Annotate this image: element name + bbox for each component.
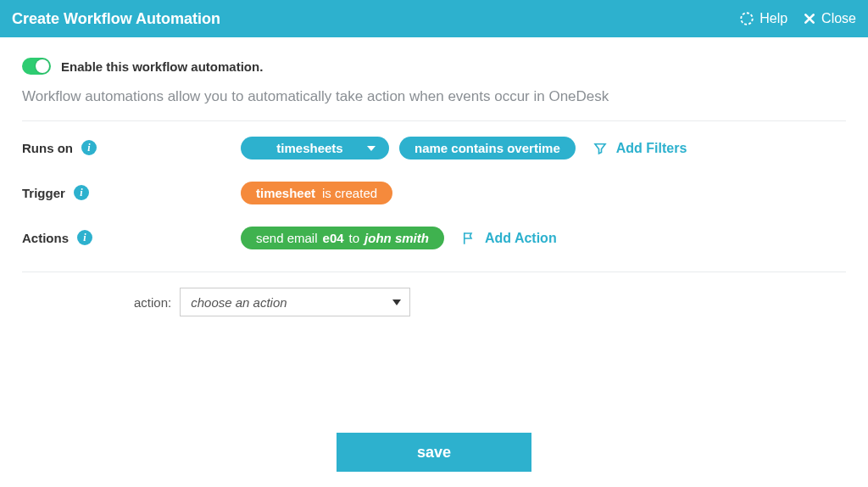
actions-body: send email e04 to john smith Add Action bbox=[241, 227, 557, 249]
actions-row: Actions i send email e04 to john smith A… bbox=[22, 227, 846, 249]
add-action-button[interactable]: Add Action bbox=[461, 231, 557, 246]
help-button[interactable]: Help bbox=[739, 11, 787, 26]
trigger-body: timesheet is created bbox=[241, 182, 392, 204]
close-label: Close bbox=[821, 11, 856, 26]
divider bbox=[22, 120, 846, 121]
chevron-down-icon bbox=[392, 299, 401, 305]
trigger-label: Trigger bbox=[22, 186, 65, 200]
actions-label-group: Actions i bbox=[22, 227, 241, 245]
header-actions: Help Close bbox=[739, 11, 856, 26]
action-picker-label: action: bbox=[134, 295, 171, 310]
enable-toggle[interactable] bbox=[22, 58, 51, 75]
modal-body: Enable this workflow automation. Workflo… bbox=[0, 37, 868, 316]
runs-on-type-value: timesheets bbox=[276, 141, 342, 155]
trigger-row: Trigger i timesheet is created bbox=[22, 182, 846, 204]
trigger-entity: timesheet bbox=[256, 186, 315, 200]
modal-title: Create Workflow Automation bbox=[12, 10, 739, 28]
action-select-placeholder: choose an action bbox=[191, 295, 287, 310]
toggle-knob bbox=[36, 59, 49, 73]
description-text: Workflow automations allow you to automa… bbox=[22, 88, 846, 105]
help-label: Help bbox=[760, 11, 787, 26]
action-seg-template: e04 bbox=[323, 231, 344, 245]
trigger-pill[interactable]: timesheet is created bbox=[241, 182, 392, 204]
action-seg-recipient: john smith bbox=[364, 231, 429, 245]
close-button[interactable]: Close bbox=[803, 11, 856, 26]
modal-header: Create Workflow Automation Help Close bbox=[0, 0, 868, 37]
runs-on-filter-text: name contains overtime bbox=[415, 141, 560, 155]
runs-on-filter-pill[interactable]: name contains overtime bbox=[399, 137, 576, 160]
svg-point-0 bbox=[741, 13, 753, 25]
enable-label: Enable this workflow automation. bbox=[61, 59, 263, 74]
actions-label: Actions bbox=[22, 231, 69, 245]
divider bbox=[22, 271, 846, 272]
filter-icon bbox=[593, 141, 608, 156]
runs-on-body: timesheets name contains overtime Add Fi… bbox=[241, 137, 687, 160]
runs-on-row: Runs on i timesheets name contains overt… bbox=[22, 137, 846, 160]
info-icon[interactable]: i bbox=[77, 230, 92, 245]
footer: save bbox=[0, 433, 868, 472]
save-button[interactable]: save bbox=[337, 433, 531, 472]
action-picker-row: action: choose an action bbox=[134, 288, 846, 316]
help-icon bbox=[739, 11, 754, 26]
flag-icon bbox=[461, 231, 476, 246]
add-filters-button[interactable]: Add Filters bbox=[593, 141, 687, 156]
chevron-down-icon bbox=[367, 146, 376, 151]
runs-on-type-select[interactable]: timesheets bbox=[241, 137, 389, 160]
info-icon[interactable]: i bbox=[74, 185, 89, 200]
action-seg-to: to bbox=[349, 231, 360, 245]
close-icon bbox=[803, 12, 816, 25]
info-icon[interactable]: i bbox=[81, 140, 97, 155]
enable-row: Enable this workflow automation. bbox=[22, 58, 846, 75]
action-pill[interactable]: send email e04 to john smith bbox=[241, 227, 444, 249]
action-select[interactable]: choose an action bbox=[180, 288, 410, 316]
runs-on-label-group: Runs on i bbox=[22, 137, 241, 155]
trigger-condition: is created bbox=[322, 186, 377, 200]
runs-on-label: Runs on bbox=[22, 141, 73, 155]
action-seg-sendemail: send email bbox=[256, 231, 318, 245]
add-action-label: Add Action bbox=[485, 231, 557, 246]
add-filters-label: Add Filters bbox=[616, 141, 687, 156]
trigger-label-group: Trigger i bbox=[22, 182, 241, 200]
